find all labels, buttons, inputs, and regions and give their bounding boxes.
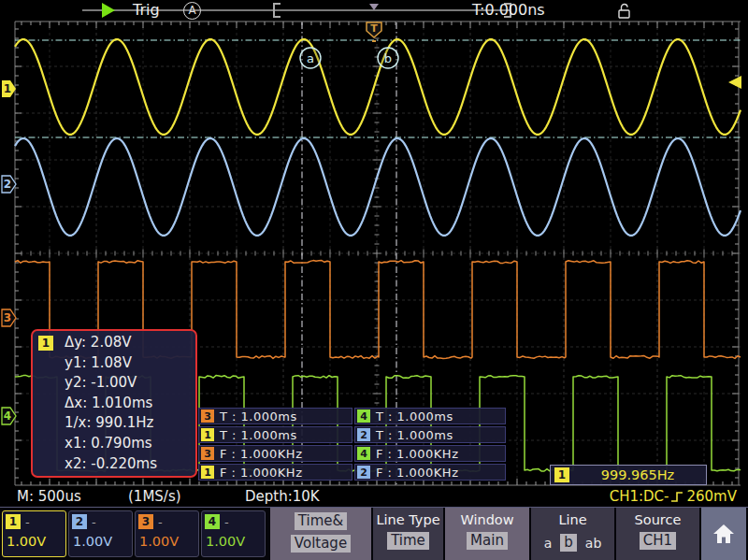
channel-coupling: - — [158, 515, 163, 529]
cursor-measure-row-1: y1: 1.08V — [65, 354, 157, 375]
measurement-value: F : 1.000KHz — [376, 447, 458, 461]
ch4-ground-marker[interactable]: 4 — [2, 408, 16, 424]
channel-coupling: - — [25, 515, 30, 529]
measurement-value: F : 1.000KHz — [376, 466, 458, 480]
source-label: Source — [635, 512, 682, 527]
channel-3-scale-box[interactable]: 3-1.00V — [135, 510, 199, 557]
measurement-value: T : 1.000ms — [376, 409, 453, 424]
measurement-cell-ch4-F: 4F : 1.000KHz — [354, 445, 506, 462]
channel-badge: 4 — [357, 409, 370, 423]
channel-badge: 4 — [205, 514, 220, 529]
ch1-waveform — [15, 39, 741, 135]
freq-counter-channel-badge: 1 — [554, 467, 569, 482]
cursor-measure-row-6: x2: -0.220ms — [65, 455, 157, 476]
cursor-measure-row-5: x1: 0.790ms — [65, 435, 157, 455]
cursor-measure-row-0: Δy: 2.08V — [65, 334, 157, 354]
measurement-cell-ch2-T: 2T : 1.000ms — [354, 426, 506, 443]
oscilloscope-screen: T1234ab Trig A T:0.000ns 1 Δy: 2.08Vy1: … — [0, 0, 748, 560]
menu-time-voltage-button[interactable]: Time& Voltage — [270, 508, 371, 560]
source-value-chip[interactable]: CH1 — [640, 532, 676, 550]
cursor_b-handle[interactable]: b — [378, 48, 398, 68]
svg-text:T: T — [370, 22, 378, 35]
measurement-value: F : 1.000KHz — [220, 466, 302, 480]
rising-edge-icon — [670, 490, 684, 504]
status-bar: M: 500us (1MS/s) Depth:10K CH1:DC- 260mV — [0, 486, 748, 507]
channel-badge: 1 — [201, 466, 214, 479]
trigger-time-readout: T:0.000ns — [472, 1, 545, 19]
menu-window-button[interactable]: Window Main — [445, 508, 529, 560]
svg-text:3: 3 — [4, 311, 11, 324]
line-option-ab[interactable]: ab — [585, 536, 601, 551]
timebase-readout: M: 500us — [17, 488, 81, 505]
freq-counter-value: 999.965Hz — [569, 467, 706, 482]
measurement-cell-ch3-F: 3F : 1.000KHz — [198, 445, 352, 462]
run-play-icon[interactable] — [102, 3, 115, 18]
unlock-icon[interactable] — [617, 2, 633, 20]
svg-text:a: a — [307, 51, 314, 65]
channel-volts-per-div: 1.00V — [206, 534, 265, 549]
measurement-value: T : 1.000ms — [220, 428, 297, 442]
cursor-measure-row-3: Δx: 1.010ms — [65, 395, 157, 415]
channel-badge: 4 — [357, 447, 370, 460]
ch2-waveform — [15, 138, 741, 236]
channel-1-scale-box[interactable]: 1-1.00V — [2, 510, 66, 557]
time-voltage-line1[interactable]: Time& — [295, 512, 347, 530]
channel-badge: 3 — [201, 409, 214, 423]
line-type-label: Line Type — [376, 512, 439, 527]
channel-volts-per-div: 1.00V — [7, 534, 65, 549]
ch2-ground-marker[interactable]: 2 — [2, 176, 16, 193]
sample-rate-readout: (1MS/s) — [128, 488, 181, 505]
measurement-value: T : 1.000ms — [220, 409, 297, 424]
ch3-ground-marker[interactable]: 3 — [2, 309, 16, 326]
channel-volts-per-div: 1.00V — [73, 534, 132, 549]
channel-badge: 1 — [6, 514, 21, 529]
channel-badge: 2 — [72, 514, 87, 529]
trigger-level-arrow[interactable] — [728, 76, 741, 89]
svg-text:1: 1 — [4, 82, 11, 95]
channel-volts-per-div: 1.00V — [139, 534, 198, 549]
channel-badge: 3 — [201, 447, 214, 460]
menu-line-type-button[interactable]: Line Type Time — [373, 508, 443, 560]
home-button[interactable] — [701, 508, 746, 560]
trigger-info-readout: CH1:DC- 260mV — [610, 488, 737, 505]
time-voltage-line2[interactable]: Voltage — [291, 535, 351, 553]
measurement-cell-ch1-F: 1F : 1.000KHz — [198, 464, 352, 481]
top-bar: Trig A T:0.000ns — [0, 0, 748, 21]
cursor-measure-rows: Δy: 2.08Vy1: 1.08Vy2: -1.00VΔx: 1.010ms1… — [65, 334, 157, 475]
svg-text:b: b — [384, 51, 392, 65]
channel-coupling: - — [224, 515, 229, 529]
line-label: Line — [558, 512, 586, 527]
auto-trigger-icon: A — [183, 2, 201, 20]
channel-4-scale-box[interactable]: 4-1.00V — [201, 510, 266, 557]
trigger-position-marker[interactable]: T — [367, 22, 381, 41]
channel-badge: 2 — [357, 466, 370, 479]
window-label: Window — [460, 512, 513, 527]
line-option-b[interactable]: b — [560, 534, 577, 552]
channel-badge: 3 — [138, 514, 153, 529]
channel-coupling: - — [92, 515, 96, 529]
channel-badge: 2 — [357, 428, 370, 441]
cursor-measure-window: 1 Δy: 2.08Vy1: 1.08Vy2: -1.00VΔx: 1.010m… — [31, 329, 197, 478]
line-option-a[interactable]: a — [544, 536, 553, 551]
channel-2-scale-box[interactable]: 2-1.00V — [68, 510, 133, 557]
home-icon — [712, 523, 736, 545]
cursor-channel-badge: 1 — [38, 336, 53, 351]
trigger-level-value: 260mV — [686, 488, 737, 505]
line-type-value-chip[interactable]: Time — [387, 532, 429, 550]
bottom-menu-bar: 1-1.00V2-1.00V3-1.00V4-1.00V Time& Volta… — [0, 507, 748, 560]
cursor_a-handle[interactable]: a — [300, 48, 321, 68]
measurement-cell-ch3-T: 3T : 1.000ms — [198, 408, 352, 424]
trigger-source-coupling: CH1:DC- — [610, 488, 669, 505]
menu-line-button[interactable]: Line a b ab — [531, 508, 614, 560]
measurement-cell-ch4-T: 4T : 1.000ms — [354, 408, 506, 424]
measurement-value: T : 1.000ms — [376, 428, 453, 442]
ch1-ground-marker[interactable]: 1 — [2, 80, 16, 97]
menu-source-button[interactable]: Source CH1 — [616, 508, 699, 560]
frequency-counter: 1 999.965Hz — [550, 465, 707, 485]
measurement-cell-ch2-F: 2F : 1.000KHz — [354, 464, 506, 481]
trig-status-label: Trig — [133, 1, 160, 19]
svg-text:4: 4 — [4, 409, 11, 423]
measurement-value: F : 1.000KHz — [220, 447, 302, 461]
line-options: a b ab — [544, 534, 602, 552]
window-value-chip[interactable]: Main — [467, 532, 508, 550]
